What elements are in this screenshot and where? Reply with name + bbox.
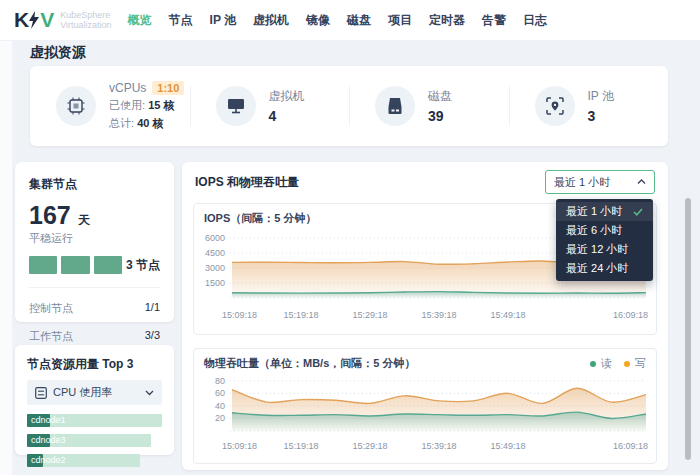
disk-icon (388, 97, 402, 115)
write-legend-dot (624, 361, 630, 367)
uptime-unit: 天 (78, 213, 90, 227)
uptime-label: 平稳运行 (29, 231, 160, 246)
svg-text:15:09:18: 15:09:18 (222, 441, 257, 451)
lightning-icon (29, 11, 39, 29)
throughput-chart-title: 物理吞吐量（单位：MB/s，间隔：5 分钟） (204, 356, 415, 371)
usage-bar: cdnode2 (27, 454, 140, 467)
nav-item-logs[interactable]: 日志 (523, 12, 547, 29)
cluster-nodes-title: 集群节点 (29, 176, 160, 193)
menu-option-12h[interactable]: 最近 12 小时 (556, 240, 653, 259)
vcpu-used-label: 已使用: (109, 99, 145, 111)
cluster-nodes-card: 集群节点 167 天 平稳运行 3 节点 控制节点 1/1 工作节点 3/3 (15, 162, 174, 322)
throughput-chart: 2040608015:09:1815:19:1815:29:1815:39:18… (194, 371, 658, 463)
uptime-segment (94, 256, 122, 274)
brand-name: KubeSphere Virtualization (60, 10, 111, 30)
card-divider (29, 287, 160, 288)
uptime-days: 167 (29, 201, 71, 229)
logo-letter-v: V (40, 8, 53, 32)
app-root: K V KubeSphere Virtualization 概览 节点 IP 池… (0, 0, 700, 475)
disk-stat: 磁盘 39 (349, 66, 509, 146)
metric-selector[interactable]: CPU 使用率 (27, 380, 162, 405)
svg-text:15:19:18: 15:19:18 (283, 441, 318, 451)
ip-pool-icon (546, 97, 564, 115)
ip-pool-count: 3 (588, 108, 614, 124)
nav-item-timers[interactable]: 定时器 (429, 12, 465, 29)
usage-bar: cdnode3 (27, 434, 151, 447)
svg-text:16:09:18: 16:09:18 (613, 310, 648, 320)
svg-text:1500: 1500 (205, 278, 225, 288)
nav-item-projects[interactable]: 项目 (388, 12, 412, 29)
vcpu-label: vCPUs (109, 81, 146, 95)
svg-text:15:29:18: 15:29:18 (352, 441, 387, 451)
top-nav-bar: K V KubeSphere Virtualization 概览 节点 IP 池… (0, 0, 700, 41)
node-usage-title: 节点资源用量 Top 3 (27, 356, 162, 373)
menu-option-6h[interactable]: 最近 6 小时 (556, 221, 653, 240)
throughput-legend: 读 写 (590, 356, 646, 371)
vcpu-total-label: 总计: (109, 117, 134, 129)
vcpu-used-value: 15 核 (148, 99, 174, 111)
vcpu-total-value: 40 核 (137, 117, 163, 129)
throughput-chart-card: 物理吞吐量（单位：MB/s，间隔：5 分钟） 读 写 2040608015:09… (193, 348, 657, 464)
svg-text:3000: 3000 (205, 263, 225, 273)
left-edge-strip (0, 40, 12, 475)
cpu-icon (67, 97, 85, 115)
control-node-row: 控制节点 1/1 (29, 301, 160, 316)
vm-icon (227, 98, 245, 114)
svg-text:15:09:18: 15:09:18 (222, 310, 257, 320)
nav-item-overview[interactable]: 概览 (128, 12, 152, 29)
svg-text:16:09:18: 16:09:18 (613, 441, 648, 451)
menu-option-1h[interactable]: 最近 1 小时 (556, 202, 653, 221)
menu-option-24h[interactable]: 最近 24 小时 (556, 259, 653, 278)
iops-chart-title: IOPS（间隔：5 分钟） (204, 211, 316, 226)
usage-bar: cdnode1 (27, 414, 162, 427)
svg-text:40: 40 (215, 401, 225, 411)
monitor-title: IOPS 和物理吞吐量 (195, 174, 299, 191)
nav-item-ip-pools[interactable]: IP 池 (210, 12, 236, 29)
svg-text:4500: 4500 (205, 248, 225, 258)
svg-text:60: 60 (215, 388, 225, 398)
disk-count: 39 (428, 108, 452, 124)
read-legend-dot (590, 361, 596, 367)
svg-text:15:49:18: 15:49:18 (490, 310, 525, 320)
node-health-segments: 3 节点 (29, 256, 160, 274)
svg-text:15:39:18: 15:39:18 (421, 310, 456, 320)
vcpu-stat: vCPUs 1:10 已使用: 15 核 总计: 40 核 (30, 66, 190, 146)
nav-item-alerts[interactable]: 告警 (482, 12, 506, 29)
nav-item-disks[interactable]: 磁盘 (347, 12, 371, 29)
chevron-down-icon (145, 390, 154, 396)
ip-pool-stat: IP 池 3 (509, 66, 669, 146)
logo-letter-k: K (14, 8, 28, 32)
time-range-select[interactable]: 最近 1 小时 (545, 170, 655, 194)
virtual-resources-title: 虚拟资源 (30, 44, 86, 62)
svg-text:20: 20 (215, 413, 225, 423)
svg-text:15:19:18: 15:19:18 (283, 310, 318, 320)
main-nav: 概览 节点 IP 池 虚拟机 镜像 磁盘 项目 定时器 告警 日志 (128, 12, 547, 29)
node-count-label: 3 节点 (126, 257, 160, 274)
metric-selector-value: CPU 使用率 (53, 385, 139, 400)
write-legend-label: 写 (635, 356, 646, 371)
nav-item-nodes[interactable]: 节点 (169, 12, 193, 29)
time-range-value: 最近 1 小时 (554, 175, 610, 190)
node-usage-card: 节点资源用量 Top 3 CPU 使用率 cdnode1 cdnode3 cdn… (15, 345, 174, 455)
virtual-resources-card: vCPUs 1:10 已使用: 15 核 总计: 40 核 虚拟机 4 (30, 66, 668, 146)
nav-item-vms[interactable]: 虚拟机 (253, 12, 289, 29)
svg-text:15:29:18: 15:29:18 (352, 310, 387, 320)
vcpu-ratio-badge: 1:10 (152, 81, 184, 95)
grid-icon (35, 387, 47, 399)
usage-bars: cdnode1 cdnode3 cdnode2 (27, 414, 162, 467)
svg-text:15:39:18: 15:39:18 (421, 441, 456, 451)
read-legend-label: 读 (601, 356, 612, 371)
svg-text:15:49:18: 15:49:18 (490, 441, 525, 451)
svg-text:6000: 6000 (205, 233, 225, 243)
worker-node-row: 工作节点 3/3 (29, 329, 160, 344)
vm-count: 4 (269, 108, 305, 124)
chevron-up-icon (637, 179, 646, 185)
time-range-menu: 最近 1 小时 最近 6 小时 最近 12 小时 最近 24 小时 (556, 199, 653, 281)
scrollbar-thumb[interactable] (685, 198, 691, 460)
uptime-segment (29, 256, 57, 274)
ksv-logo[interactable]: K V KubeSphere Virtualization (14, 8, 112, 32)
vm-label: 虚拟机 (269, 88, 305, 105)
ip-pool-label: IP 池 (588, 88, 614, 105)
nav-item-images[interactable]: 镜像 (306, 12, 330, 29)
check-icon (633, 208, 643, 216)
